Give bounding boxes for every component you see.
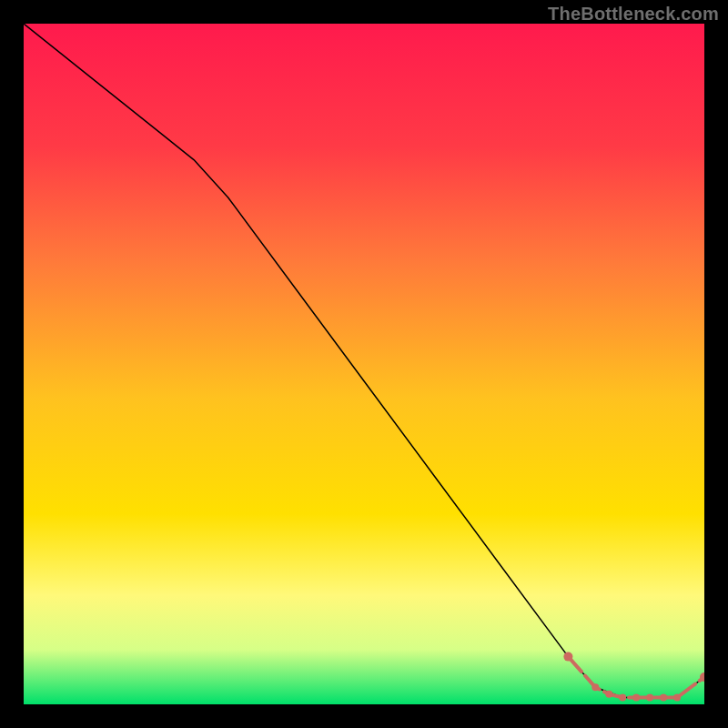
gradient-background: [24, 24, 704, 704]
marker-dot: [592, 683, 599, 691]
chart-svg: [24, 24, 704, 704]
marker-dot: [646, 694, 653, 702]
chart-frame: TheBottleneck.com: [0, 0, 728, 728]
watermark-label: TheBottleneck.com: [548, 4, 719, 25]
marker-dot: [605, 691, 612, 698]
marker-dot: [660, 694, 667, 702]
marker-dot: [632, 694, 640, 702]
plot-area: [24, 24, 704, 704]
marker-dot: [673, 694, 681, 702]
marker-dot: [563, 652, 572, 662]
marker-dot: [619, 694, 626, 702]
